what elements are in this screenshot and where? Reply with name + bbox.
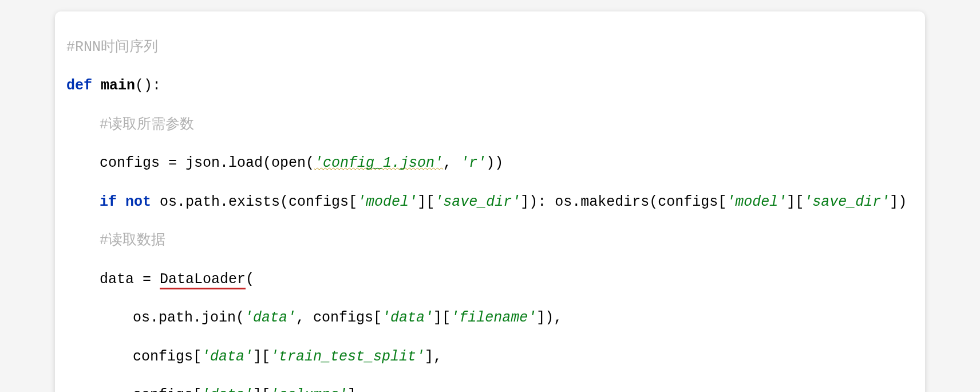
string-literal: 'train_test_split' xyxy=(270,348,425,365)
string-literal: 'save_dir' xyxy=(804,194,890,210)
string-literal: 'data' xyxy=(201,348,253,365)
string-literal: 'model' xyxy=(357,194,417,210)
string-literal: 'columns' xyxy=(270,387,347,392)
code-text: os.path.exists(configs[ xyxy=(160,194,357,210)
code-comment: #读取数据 xyxy=(100,232,165,249)
code-text: ][ xyxy=(253,387,270,392)
keyword-def: def xyxy=(66,77,101,94)
code-text: configs[ xyxy=(133,387,201,392)
code-text: )) xyxy=(486,155,503,171)
string-literal: 'data' xyxy=(382,309,433,326)
code-text: , xyxy=(443,155,460,171)
code-text: data = xyxy=(100,271,160,288)
code-text: configs[ xyxy=(133,348,201,365)
string-literal: 'config_1.json' xyxy=(314,155,443,171)
class-name-error: DataLoader xyxy=(160,271,246,289)
code-text: configs = json.load(open( xyxy=(100,155,314,171)
code-text: ], xyxy=(425,348,442,365)
code-text: os.path.join( xyxy=(133,309,244,326)
code-text: , configs[ xyxy=(296,309,382,326)
code-text: ]) xyxy=(890,194,907,210)
string-literal: 'model' xyxy=(726,194,787,210)
function-name: main xyxy=(101,77,135,94)
keyword-not: not xyxy=(125,194,160,210)
code-text: ]), xyxy=(536,309,562,326)
string-literal: 'data' xyxy=(244,309,296,326)
code-text: ][ xyxy=(417,194,434,210)
code-comment: #RNN时间序列 xyxy=(66,39,158,56)
string-literal: 'data' xyxy=(201,387,253,392)
code-editor-panel: − #RNN时间序列 def main(): #读取所需参数 configs =… xyxy=(55,11,925,392)
code-text: (): xyxy=(135,77,161,94)
code-text: ][ xyxy=(787,194,804,210)
code-text: ]): os.makedirs(configs[ xyxy=(520,194,726,210)
string-literal: 'filename' xyxy=(451,309,536,326)
keyword-if: if xyxy=(100,194,125,210)
code-text: ] xyxy=(347,387,356,392)
code-text: ( xyxy=(246,271,254,288)
code-comment: #读取所需参数 xyxy=(100,116,194,133)
string-literal: 'save_dir' xyxy=(434,194,520,210)
code-text: ][ xyxy=(433,309,451,326)
code-area[interactable]: #RNN时间序列 def main(): #读取所需参数 configs = j… xyxy=(66,18,914,392)
string-literal: 'r' xyxy=(460,155,486,171)
code-text: ][ xyxy=(253,348,270,365)
